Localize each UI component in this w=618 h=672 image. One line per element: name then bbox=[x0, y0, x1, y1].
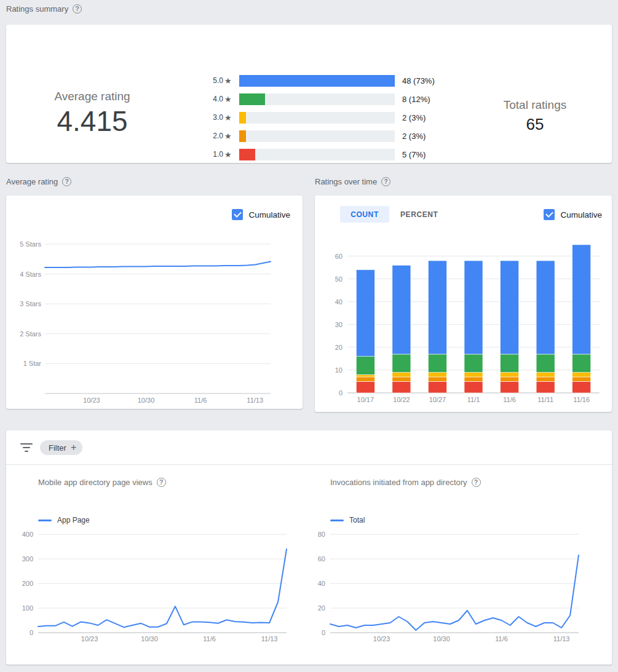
rating-bar-fill bbox=[239, 75, 395, 87]
svg-text:10: 10 bbox=[335, 366, 343, 374]
ratings-over-time-card: 010203040506010/1710/2210/2711/111/611/1… bbox=[315, 196, 612, 412]
legend-line-icon bbox=[330, 520, 344, 521]
rating-bar-label: 1.0 bbox=[206, 150, 223, 159]
help-icon[interactable]: ? bbox=[62, 177, 71, 186]
svg-text:40: 40 bbox=[335, 298, 343, 306]
svg-text:11/6: 11/6 bbox=[194, 397, 207, 404]
rating-bar-track bbox=[239, 130, 395, 142]
svg-text:11/11: 11/11 bbox=[537, 396, 553, 403]
svg-text:11/16: 11/16 bbox=[573, 396, 590, 403]
plus-icon: + bbox=[71, 443, 76, 453]
total-ratings-label: Total ratings bbox=[473, 98, 596, 112]
cumulative-toggle[interactable]: Cumulative bbox=[232, 209, 290, 220]
svg-text:200: 200 bbox=[22, 580, 33, 587]
svg-text:50: 50 bbox=[335, 275, 343, 283]
filter-list-icon[interactable] bbox=[20, 443, 33, 453]
svg-text:10/30: 10/30 bbox=[138, 397, 155, 404]
svg-text:10/22: 10/22 bbox=[393, 396, 410, 403]
ratings-summary-title: Ratings summary bbox=[6, 4, 68, 14]
svg-text:10/17: 10/17 bbox=[357, 396, 374, 403]
star-icon: ★ bbox=[224, 95, 233, 104]
svg-text:11/6: 11/6 bbox=[495, 635, 508, 642]
page-views-legend-label: App Page bbox=[57, 516, 90, 524]
svg-text:0: 0 bbox=[339, 389, 343, 397]
ratings-over-time-section-label: Ratings over time ? bbox=[315, 177, 390, 186]
svg-text:20: 20 bbox=[335, 344, 343, 351]
tab-percent[interactable]: PERCENT bbox=[392, 206, 447, 223]
svg-text:11/13: 11/13 bbox=[247, 397, 263, 404]
directory-metrics-card: Filter + Mobile app directory page views… bbox=[6, 430, 612, 665]
average-rating-chart: 5 Stars4 Stars3 Stars2 Stars1 Star10/231… bbox=[6, 196, 303, 409]
svg-text:60: 60 bbox=[335, 253, 343, 260]
checkbox-checked-icon[interactable] bbox=[544, 209, 555, 220]
svg-text:4 Stars: 4 Stars bbox=[20, 271, 41, 278]
tab-count[interactable]: COUNT bbox=[340, 206, 389, 223]
star-icon: ★ bbox=[224, 76, 233, 85]
svg-text:10/23: 10/23 bbox=[83, 397, 100, 404]
svg-text:10/23: 10/23 bbox=[373, 635, 390, 642]
ratings-dashboard: Ratings summary ? Average rating 4.415 5… bbox=[0, 0, 618, 672]
invocations-legend-label: Total bbox=[349, 516, 365, 524]
average-rating-value: 4.415 bbox=[25, 105, 160, 138]
star-icon: ★ bbox=[224, 150, 233, 159]
rating-bar-fill bbox=[239, 130, 246, 142]
svg-text:2 Stars: 2 Stars bbox=[20, 330, 41, 338]
ratings-over-time-chart: 010203040506010/1710/2210/2711/111/611/1… bbox=[315, 196, 612, 412]
legend-line-icon bbox=[38, 520, 52, 521]
invocations-legend: Total bbox=[330, 515, 600, 525]
rating-bar-track bbox=[239, 149, 395, 160]
rating-bar-track bbox=[239, 93, 395, 105]
average-rating-label: Average rating bbox=[25, 90, 160, 103]
svg-text:0: 0 bbox=[30, 629, 33, 636]
svg-text:30: 30 bbox=[335, 321, 343, 328]
rating-bar-value: 8 (12%) bbox=[402, 95, 430, 104]
page-views-title: Mobile app directory page views bbox=[38, 478, 153, 487]
help-icon[interactable]: ? bbox=[157, 478, 166, 487]
rating-bar-row: 2.0★2 (3%) bbox=[206, 127, 435, 145]
svg-text:10/23: 10/23 bbox=[81, 635, 98, 642]
svg-text:400: 400 bbox=[22, 531, 33, 538]
help-icon[interactable]: ? bbox=[472, 478, 481, 487]
rating-bar-row: 4.0★8 (12%) bbox=[206, 90, 435, 108]
filter-chip[interactable]: Filter + bbox=[40, 440, 82, 455]
rating-bar-fill bbox=[239, 149, 255, 160]
rating-bar-value: 5 (7%) bbox=[402, 150, 426, 159]
cumulative-label: Cumulative bbox=[248, 210, 290, 219]
star-icon: ★ bbox=[224, 132, 233, 141]
average-rating-card: 5 Stars4 Stars3 Stars2 Stars1 Star10/231… bbox=[6, 196, 303, 409]
svg-text:80: 80 bbox=[318, 531, 325, 538]
svg-text:300: 300 bbox=[22, 555, 33, 563]
svg-text:11/13: 11/13 bbox=[261, 635, 278, 642]
svg-text:10/30: 10/30 bbox=[433, 635, 450, 642]
page-views-title-row: Mobile app directory page views ? bbox=[38, 478, 307, 487]
svg-text:1 Star: 1 Star bbox=[23, 360, 42, 367]
invocations-column: Invocations initiated from app directory… bbox=[311, 464, 600, 648]
filter-chip-label: Filter bbox=[49, 443, 66, 453]
page-views-column: Mobile app directory page views ? App Pa… bbox=[18, 464, 307, 648]
rating-bar-fill bbox=[239, 93, 265, 105]
rating-bar-label: 3.0 bbox=[206, 113, 223, 122]
svg-text:60: 60 bbox=[318, 555, 325, 563]
cumulative-toggle[interactable]: Cumulative bbox=[544, 209, 602, 220]
star-icon: ★ bbox=[224, 113, 233, 122]
average-rating-section-label: Average rating ? bbox=[6, 177, 71, 186]
rating-distribution: 5.0★48 (73%)4.0★8 (12%)3.0★2 (3%)2.0★2 (… bbox=[206, 71, 435, 164]
svg-text:20: 20 bbox=[318, 604, 325, 612]
svg-text:3 Stars: 3 Stars bbox=[20, 300, 41, 307]
svg-text:11/6: 11/6 bbox=[203, 635, 216, 642]
invocations-title: Invocations initiated from app directory bbox=[330, 478, 467, 487]
svg-text:10/27: 10/27 bbox=[429, 396, 446, 403]
rating-bar-row: 3.0★2 (3%) bbox=[206, 108, 435, 127]
rating-bar-row: 5.0★48 (73%) bbox=[206, 71, 435, 90]
rating-bar-value: 2 (3%) bbox=[402, 113, 426, 122]
count-percent-tabs: COUNT PERCENT bbox=[340, 206, 447, 223]
cumulative-label: Cumulative bbox=[560, 210, 602, 219]
average-rating-block: Average rating 4.415 bbox=[25, 90, 160, 138]
help-icon[interactable]: ? bbox=[73, 4, 82, 14]
invocations-chart-holder: 02040608010/2310/3011/611/13 bbox=[311, 525, 600, 648]
checkbox-checked-icon[interactable] bbox=[232, 209, 243, 220]
help-icon[interactable]: ? bbox=[381, 177, 390, 186]
rating-bar-row: 1.0★5 (7%) bbox=[206, 145, 435, 164]
page-views-chart-holder: 010020030040010/2310/3011/611/13 bbox=[18, 525, 307, 648]
ratings-summary-card: Average rating 4.415 5.0★48 (73%)4.0★8 (… bbox=[6, 25, 612, 163]
